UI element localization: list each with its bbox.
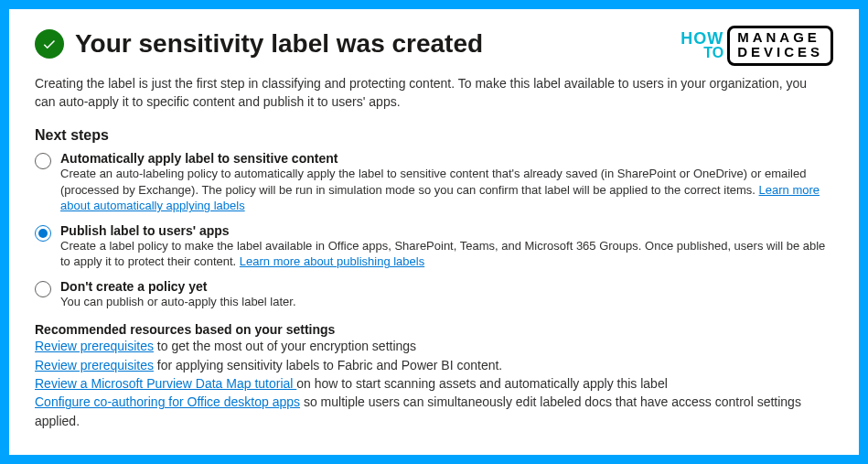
success-check-icon — [35, 29, 64, 59]
option-none-title: Don't create a policy yet — [60, 279, 833, 294]
intro-text: Creating the label is just the first ste… — [35, 75, 830, 111]
page-title: Your sensitivity label was created — [75, 29, 483, 59]
recommended-list: Review prerequisites to get the most out… — [35, 337, 833, 429]
option-auto-desc-text: Create an auto-labeling policy to automa… — [60, 167, 806, 197]
brand-logo: HOW TO MANAGE DEVICES — [680, 26, 833, 66]
radio-auto-apply[interactable] — [35, 153, 51, 169]
recommended-rest-1: for applying sensitivity labels to Fabri… — [154, 358, 502, 372]
link-review-prereq-encryption[interactable]: Review prerequisites — [35, 339, 154, 353]
radio-publish[interactable] — [35, 225, 51, 242]
recommended-rest-2: on how to start scanning assets and auto… — [296, 376, 667, 391]
option-publish-title: Publish label to users' apps — [60, 223, 833, 238]
option-auto-apply: Automatically apply label to sensitive c… — [35, 151, 833, 214]
brand-line2: DEVICES — [737, 45, 823, 59]
option-none: Don't create a policy yet You can publis… — [35, 279, 833, 310]
dialog-panel: HOW TO MANAGE DEVICES Your sensitivity l… — [9, 9, 859, 455]
link-review-prereq-fabric[interactable]: Review prerequisites — [35, 358, 154, 372]
recommended-rest-0: to get the most out of your encryption s… — [154, 339, 416, 353]
radio-none[interactable] — [35, 281, 51, 297]
option-none-desc: You can publish or auto-apply this label… — [60, 294, 833, 310]
brand-howto: HOW TO — [680, 31, 723, 59]
recommended-item: Review prerequisites to get the most out… — [35, 337, 833, 355]
option-auto-title: Automatically apply label to sensitive c… — [60, 151, 833, 166]
option-publish: Publish label to users' apps Create a la… — [35, 223, 833, 270]
link-configure-coauthoring[interactable]: Configure co-authoring for Office deskto… — [35, 394, 300, 409]
options-group: Automatically apply label to sensitive c… — [35, 151, 833, 309]
brand-box: MANAGE DEVICES — [727, 26, 833, 66]
link-publish-learn-more[interactable]: Learn more about publishing labels — [240, 254, 424, 268]
link-purview-tutorial[interactable]: Review a Microsoft Purview Data Map tuto… — [35, 376, 296, 391]
recommended-item: Review a Microsoft Purview Data Map tuto… — [35, 374, 833, 393]
option-publish-desc: Create a label policy to make the label … — [60, 238, 833, 270]
next-steps-heading: Next steps — [35, 127, 833, 144]
recommended-item: Configure co-authoring for Office deskto… — [35, 393, 833, 430]
brand-to-text: TO — [703, 47, 723, 59]
recommended-heading: Recommended resources based on your sett… — [35, 322, 833, 337]
option-auto-desc: Create an auto-labeling policy to automa… — [60, 166, 833, 214]
recommended-item: Review prerequisites for applying sensit… — [35, 356, 833, 374]
option-publish-desc-text: Create a label policy to make the label … — [60, 239, 825, 269]
brand-line1: MANAGE — [737, 30, 823, 45]
